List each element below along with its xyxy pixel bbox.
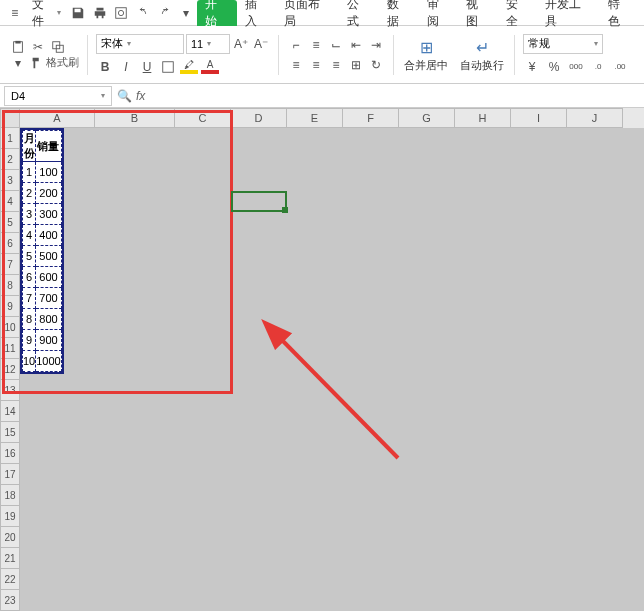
col-header-F[interactable]: F	[343, 108, 399, 128]
comma-button[interactable]: 000	[567, 58, 585, 76]
bold-button[interactable]: B	[96, 58, 114, 76]
row-header[interactable]: 19	[0, 506, 20, 527]
top-menubar: ≡ 文件 ▾ ▾ 开始 插入 页面布局 公式 数据 审阅 视图 安全 开发工具 …	[0, 0, 644, 26]
redo-icon[interactable]	[155, 3, 175, 23]
undo-icon[interactable]	[133, 3, 153, 23]
sheet-area: A B C D E F G H I J 12345678910111213141…	[0, 108, 644, 611]
tab-devtools[interactable]: 开发工具	[537, 0, 600, 26]
row-header[interactable]: 20	[0, 527, 20, 548]
number-group: 常规▾ ¥ % 000 .0 .00	[519, 26, 633, 83]
tab-formula[interactable]: 公式	[339, 0, 379, 26]
auto-wrap-button[interactable]: ↵ 自动换行	[454, 32, 510, 78]
tab-view[interactable]: 视图	[458, 0, 498, 26]
align-group: ⌐ ≡ ⌙ ⇤ ⇥ ≡ ≡ ≡ ⊞ ↻	[283, 26, 389, 83]
wrap-text-icon: ↵	[471, 36, 493, 58]
paste-icon[interactable]	[10, 39, 26, 55]
border-button[interactable]	[159, 58, 177, 76]
align-bottom-icon[interactable]: ⌙	[327, 36, 345, 54]
tab-start[interactable]: 开始	[197, 0, 237, 26]
font-size-select[interactable]: 11▾	[186, 34, 230, 54]
row-header[interactable]: 14	[0, 401, 20, 422]
col-header-I[interactable]: I	[511, 108, 567, 128]
paste-dropdown-icon[interactable]: ▾	[10, 55, 26, 71]
zoom-icon[interactable]: 🔍	[116, 88, 132, 104]
svg-rect-0	[116, 7, 127, 18]
ribbon: ✂ ▾ 格式刷 宋体▾ 11▾ A⁺ A⁻ B I U	[0, 26, 644, 84]
align-left-icon[interactable]: ≡	[287, 56, 305, 74]
number-format-select[interactable]: 常规▾	[523, 34, 603, 54]
tab-review[interactable]: 审阅	[419, 0, 459, 26]
name-box[interactable]: D4 ▾	[4, 86, 112, 106]
tab-features[interactable]: 特色	[600, 0, 640, 26]
font-name-select[interactable]: 宋体▾	[96, 34, 184, 54]
tab-insert[interactable]: 插入	[237, 0, 277, 26]
row-header[interactable]: 22	[0, 569, 20, 590]
decrease-font-icon[interactable]: A⁻	[252, 35, 270, 53]
formula-bar: D4 ▾ 🔍 fx	[0, 84, 644, 108]
fx-icon[interactable]: fx	[136, 89, 145, 103]
print-area-annotation	[2, 110, 233, 394]
increase-font-icon[interactable]: A⁺	[232, 35, 250, 53]
print-preview-icon[interactable]	[111, 3, 131, 23]
row-header[interactable]: 17	[0, 464, 20, 485]
font-group: 宋体▾ 11▾ A⁺ A⁻ B I U 🖍 A	[92, 26, 274, 83]
fill-color-button[interactable]: 🖍	[180, 58, 198, 76]
chevron-down-icon: ▾	[57, 8, 61, 17]
tab-security[interactable]: 安全	[498, 0, 538, 26]
merge-center-icon: ⊞	[415, 36, 437, 58]
percent-button[interactable]: %	[545, 58, 563, 76]
merge-center-button[interactable]: ⊞ 合并居中	[398, 32, 454, 78]
col-header-E[interactable]: E	[287, 108, 343, 128]
merge-icon[interactable]: ⊞	[347, 56, 365, 74]
align-center-icon[interactable]: ≡	[307, 56, 325, 74]
currency-button[interactable]: ¥	[523, 58, 541, 76]
row-header[interactable]: 23	[0, 590, 20, 611]
col-header-H[interactable]: H	[455, 108, 511, 128]
row-header[interactable]: 21	[0, 548, 20, 569]
align-right-icon[interactable]: ≡	[327, 56, 345, 74]
print-icon[interactable]	[90, 3, 110, 23]
indent-dec-icon[interactable]: ⇤	[347, 36, 365, 54]
decrease-decimal-button[interactable]: .00	[611, 58, 629, 76]
menu-icon[interactable]: ≡	[5, 3, 25, 23]
cut-icon[interactable]: ✂	[30, 39, 46, 55]
col-header-G[interactable]: G	[399, 108, 455, 128]
svg-rect-6	[163, 61, 174, 72]
underline-button[interactable]: U	[138, 58, 156, 76]
orientation-icon[interactable]: ↻	[367, 56, 385, 74]
svg-rect-3	[15, 40, 20, 43]
tab-data[interactable]: 数据	[379, 0, 419, 26]
align-middle-icon[interactable]: ≡	[307, 36, 325, 54]
tab-page-layout[interactable]: 页面布局	[276, 0, 339, 26]
increase-decimal-button[interactable]: .0	[589, 58, 607, 76]
format-painter-button[interactable]: 格式刷	[30, 55, 79, 70]
col-header-J[interactable]: J	[567, 108, 623, 128]
copy-icon[interactable]	[50, 39, 66, 55]
chevron-down-icon: ▾	[101, 91, 105, 100]
font-color-button[interactable]: A	[201, 58, 219, 76]
row-header[interactable]: 15	[0, 422, 20, 443]
svg-point-1	[119, 10, 124, 15]
save-icon[interactable]	[68, 3, 88, 23]
italic-button[interactable]: I	[117, 58, 135, 76]
indent-inc-icon[interactable]: ⇥	[367, 36, 385, 54]
clipboard-group: ✂ ▾ 格式刷	[6, 26, 83, 83]
active-cell[interactable]	[231, 191, 287, 212]
col-header-D[interactable]: D	[231, 108, 287, 128]
qat-more-icon[interactable]: ▾	[176, 3, 196, 23]
row-header[interactable]: 18	[0, 485, 20, 506]
row-header[interactable]: 16	[0, 443, 20, 464]
align-top-icon[interactable]: ⌐	[287, 36, 305, 54]
